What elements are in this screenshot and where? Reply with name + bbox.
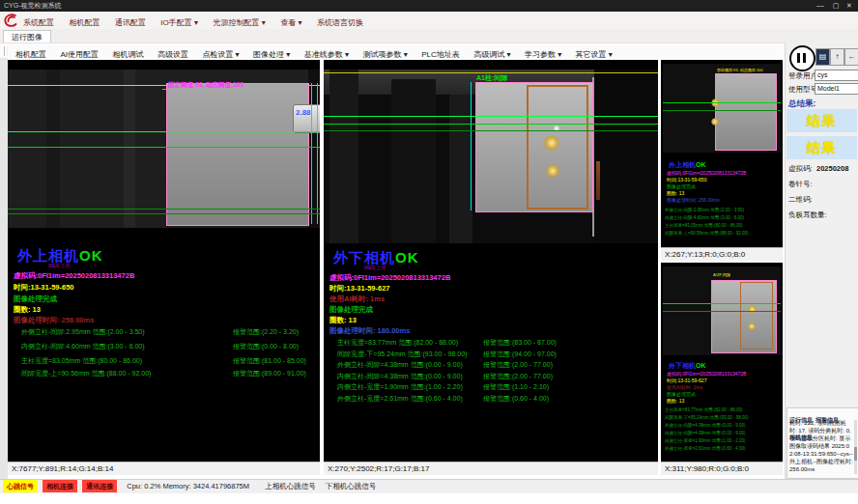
log-scrollbar-thumb[interactable]: [854, 447, 857, 461]
detected-part-region: [715, 73, 777, 151]
process-time-text: 图像处理时间: 180.00ms: [329, 326, 410, 336]
measurement-row: 内侧立柱-间隙=4.38mm 范围:(0.00 - 9.00)报警范围:(2.0…: [337, 372, 656, 381]
needle-number-label: 卷针号:: [788, 180, 813, 189]
pixel-coords-bar: X:7677;Y:891;R:14;G:14;B:14: [8, 462, 320, 475]
threshold-overlay-text: 固定阈值:93, 动态阈值:100: [717, 68, 763, 72]
reflection-glint: [544, 135, 559, 151]
measure-text: 间隙宽度-上=90.56mm 范围:(88.00 - 92.00): [665, 231, 748, 236]
measure-text: 间隙宽度-下=95.24mm 范围:(93.00 - 98.00): [665, 415, 748, 420]
pause-button[interactable]: [789, 45, 815, 71]
overlay-green-line: [8, 131, 320, 132]
result-ok-badge: OK: [696, 362, 706, 369]
pixel-coords-bar: X:270;Y:2502;R:17;G:17;B:17: [324, 462, 658, 475]
process-time-text: 图像处理时间: 256.00ms: [14, 316, 94, 325]
alarm-range-text: 报警范围:(2.00 - 77.00): [483, 360, 553, 370]
alarm-range-text: 报警范围:(0.60 - 4.00): [483, 394, 549, 404]
reflection-glint: [748, 305, 757, 314]
overlay-green-line: [663, 110, 781, 111]
arrow-up-icon: ↑: [836, 52, 840, 61]
negative-tab-count-label: 负极耳数量:: [788, 210, 827, 220]
tab-run-image[interactable]: 运行图像: [3, 30, 51, 43]
loop-count-text: 圈数: 13: [14, 305, 41, 315]
upper-camera-thumbnail[interactable]: 固定阈值:93, 动态阈值:100 外上相机OK 虚拟码:0FI1im=2025…: [661, 60, 783, 261]
tab-strip: 运行图像: [0, 29, 858, 42]
loop-count-text: 圈数: 13: [667, 190, 684, 196]
time-text: 时间:13-31-59-650: [667, 177, 706, 182]
arrow-left-icon: ←: [848, 52, 856, 61]
pause-icon: [797, 53, 800, 63]
measure-text: 内侧立柱-间隙:4.60mm 范围:(3.00 - 6.00): [21, 343, 145, 350]
measurement-row: 主柱宽度=83.77mm 范围:(82.00 - 88.00)报警范围:(83.…: [337, 338, 656, 348]
menu-bar: 系统配置 相机配置 通讯配置 IO手配置 ▾ 光源控制配置 ▾ 查看 ▾ 系统语…: [0, 12, 858, 30]
overlay-cyan-line: [317, 83, 318, 224]
measurement-row: 内侧立柱-宽度=1.90mm 范围:(1.00 - 2.20)报警范围:(1.1…: [337, 382, 656, 392]
overlay-green-line: [663, 102, 781, 103]
camera-result-title: 外上相机OK: [669, 160, 706, 170]
lower-camera-image[interactable]: A1柱:间隙: [324, 70, 658, 243]
barcode-text: 虚拟码:0FI1im=2025020813313472B: [667, 371, 746, 377]
camera-result-title: 外下相机OK: [669, 361, 706, 371]
side-panel: ▤ ↑ ← 登录用户: cys 使用型号: Model1 总结果: 结果 结果 …: [785, 42, 858, 479]
thumbnail-image[interactable]: A1柱:间隙: [663, 266, 781, 355]
machine-shadow: [595, 70, 658, 243]
overlay-green-line: [324, 130, 658, 131]
measure-text: 外侧立柱-宽度=2.61mm 范围:(0.60 - 4.00): [665, 446, 745, 451]
result-box-lower: 结果: [786, 136, 857, 159]
process-time-text: 图像处理时间: 256.00ms: [667, 197, 720, 203]
pixel-coords-bar: X:311;Y:980;R:0;G:0;B:0: [661, 462, 783, 475]
panel-toggle-button[interactable]: ▤: [815, 48, 830, 66]
measure-overlay-value: 2.88: [296, 108, 311, 117]
machine-shadow: [449, 95, 472, 243]
measure-text: 外侧立柱-间隙:2.95mm 范围:(2.00 - 3.50): [665, 208, 744, 212]
process-status-text: 图像处理完成: [14, 294, 57, 304]
upper-camera-heartbeat-text: 上相机心跳信号: [265, 480, 316, 492]
machine-shadow: [391, 79, 436, 243]
move-up-button[interactable]: ↑: [830, 48, 844, 66]
barcode-text: 虚拟码:0FI1im=2025020813313472B: [14, 271, 134, 281]
comm-connection-badge: 通讯连接: [82, 480, 117, 492]
measure-text: 间隙宽度-上=90.56mm 范围:(88.00 - 92.00): [21, 370, 151, 377]
maximize-button[interactable]: ▢: [829, 0, 843, 12]
result-ok-badge: OK: [79, 247, 103, 264]
alarm-range-text: 报警范围:(94.00 - 97.00): [483, 350, 557, 359]
alarm-range-text: 报警范围:(1.10 - 2.10): [483, 382, 549, 392]
overlay-green-line: [8, 209, 320, 210]
mes-status-text: MES:上传: [48, 263, 70, 268]
camera-name: 外下相机: [669, 362, 696, 369]
machine-shadow: [329, 70, 358, 243]
result-ok-badge: OK: [696, 161, 706, 168]
loop-count-text: 圈数: 13: [329, 316, 357, 325]
lower-camera-thumbnail[interactable]: A1柱:间隙 外下相机OK 虚拟码:0FI1im=202502081331347…: [661, 263, 783, 475]
title-bar: CYG-视觉检测系统 – –▢✕: [0, 0, 858, 12]
machine-copper-glint: [596, 161, 600, 200]
overlay-green-line: [663, 311, 781, 312]
info-log-panel: 运行信息报警信息相机信息 耗时: 222, 读码检测耗时: 17, 读码分类耗时…: [786, 407, 858, 479]
measure-text: 外侧立柱-间隙=4.38mm 范围:(0.00 - 9.00): [665, 423, 745, 428]
thumbnail-image[interactable]: 固定阈值:93, 动态阈值:100: [663, 64, 781, 153]
minimize-button[interactable]: –: [815, 0, 829, 12]
measurement-row: 间隙宽度-下=95.24mm 范围:(93.00 - 98.00)报警范围:(9…: [337, 350, 656, 359]
panel-icon: ▤: [819, 52, 827, 61]
alarm-range-text: 报警范围:(0.00 - 8.00): [233, 342, 299, 351]
overlay-green-line: [8, 213, 320, 214]
upper-camera-image[interactable]: 固定阈值:93, 动态阈值:100 2.88: [8, 70, 320, 228]
close-button[interactable]: ✕: [843, 0, 856, 12]
measure-text: 外侧立柱-间隙:2.95mm 范围:(2.00 - 3.50): [21, 328, 145, 335]
window-controls: –▢✕: [815, 0, 856, 12]
barcode-text: 虚拟码:0FI1im=2025020813313472B: [329, 273, 450, 283]
upper-camera-view: 固定阈值:93, 动态阈值:100 2.88 外上相机OK MES:上传 虚拟码…: [8, 60, 320, 475]
measure-text: 外侧立柱-间隙=4.38mm 范围:(0.00 - 9.00): [337, 361, 463, 368]
measure-text: 主柱宽度=83.77mm 范围:(82.00 - 88.00): [665, 407, 742, 412]
detected-part-region: [166, 83, 309, 226]
login-user-value[interactable]: cys: [815, 70, 858, 81]
model-value[interactable]: Model1: [815, 83, 858, 95]
return-button[interactable]: ←: [844, 48, 858, 66]
overlay-cyan-line: [311, 83, 312, 224]
measurement-row: 内侧立柱-间隙:4.60mm 范围:(3.00 - 6.00)报警范围:(0.0…: [21, 342, 318, 351]
measurement-row: 外侧立柱-宽度=2.61mm 范围:(0.60 - 4.00)报警范围:(0.6…: [337, 394, 656, 404]
reflection-glint: [711, 118, 719, 126]
log-text: 耗时: 222, 读码检测耗时: 17, 读码分类耗时: 0, 读码提取分区耗时…: [789, 419, 853, 473]
alarm-range-text: 报警范围:(83.00 - 87.00): [483, 338, 557, 348]
alarm-range-text: 报警范围:(89.00 - 91.00): [233, 369, 306, 378]
camera-name: 外上相机: [669, 161, 696, 168]
